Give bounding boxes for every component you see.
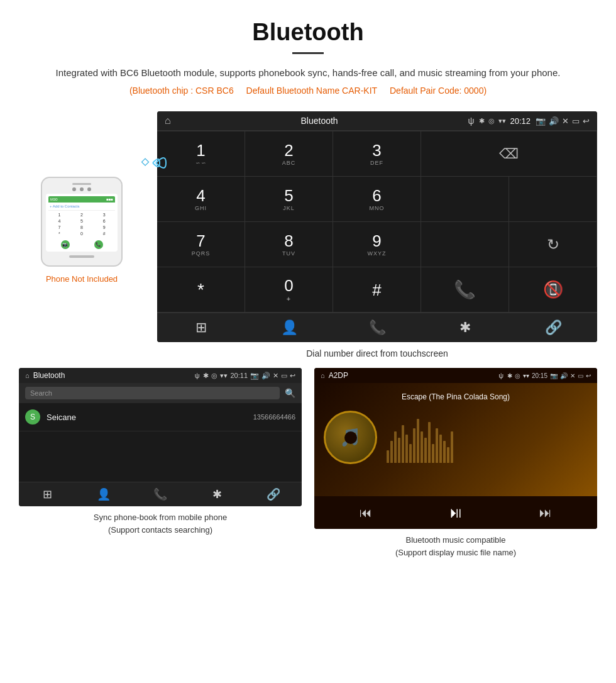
music-main-area: Escape (The Pina Colada Song) 🎵: [314, 383, 597, 496]
prev-button[interactable]: ⏮: [360, 506, 372, 520]
music-controls: ⏮ ⏯ ⏭: [314, 496, 597, 529]
key-7[interactable]: 7 PQRS: [157, 222, 245, 267]
contact-row[interactable]: S Seicane 13566664466: [19, 403, 302, 431]
ms-back-icon[interactable]: ↩: [586, 372, 591, 379]
back-icon[interactable]: ↩: [583, 116, 590, 126]
phone-video-btn[interactable]: 📷: [61, 240, 70, 249]
album-center-dot: [344, 431, 357, 444]
ms-bt-icon: ✱: [507, 372, 512, 379]
play-pause-button[interactable]: ⏯: [448, 504, 463, 521]
phone-speaker: [72, 183, 91, 185]
pb-bt-icon: ✱: [203, 372, 209, 380]
title-divider: [292, 52, 324, 54]
pb-cam-icon[interactable]: 📷: [250, 372, 259, 380]
key-6[interactable]: 6 MNO: [333, 177, 421, 222]
key-call-red[interactable]: 📵: [509, 267, 597, 313]
empty-cell-1: [421, 177, 509, 222]
ms-layout-icon[interactable]: ▭: [578, 372, 583, 379]
pbn-phone[interactable]: 📞: [132, 487, 189, 501]
nav-phone[interactable]: 📞: [333, 319, 421, 336]
signal-icon: ▾▾: [498, 117, 506, 125]
bottom-navigation: ⊞ 👤 📞 ✱ 🔗: [157, 313, 597, 342]
key-1[interactable]: 1 ∽∽: [157, 131, 245, 177]
phonebook-search-bar: Search 🔍: [19, 383, 302, 403]
page-title: Bluetooth: [38, 19, 578, 46]
pb-time: 20:11: [230, 372, 248, 379]
delete-icon: ⌫: [499, 146, 519, 162]
phone-add-contact: + Add to Contacts: [48, 203, 115, 211]
key-3[interactable]: 3 DEF: [333, 131, 421, 177]
next-button[interactable]: ⏭: [539, 506, 552, 520]
camera-icon[interactable]: 📷: [536, 116, 546, 126]
key-0[interactable]: 0 +: [245, 267, 333, 313]
ms-home-icon[interactable]: ⌂: [321, 372, 325, 379]
main-device-screen: ⌂ Bluetooth ψ ✱ ◎ ▾▾ 20:12 📷 🔊 ✕ ▭ ↩: [157, 111, 597, 342]
music-caption-line2: (Support display music file name): [395, 547, 516, 559]
key-2[interactable]: 2 ABC: [245, 131, 333, 177]
key-star[interactable]: *: [157, 267, 245, 313]
search-icon[interactable]: 🔍: [285, 388, 295, 398]
key-reload[interactable]: ↻: [509, 222, 597, 267]
pb-back-icon[interactable]: ↩: [290, 372, 295, 380]
phone-call-btn[interactable]: 📞: [94, 240, 103, 249]
device-status-bar: ⌂ Bluetooth ψ ✱ ◎ ▾▾ 20:12 📷 🔊 ✕ ▭ ↩: [157, 111, 597, 131]
empty-cell-2: [509, 177, 597, 222]
pbn-bluetooth[interactable]: ✱: [189, 487, 245, 501]
main-content-area: ⬦ M30■■■ + Add to Contacts 123: [0, 105, 616, 362]
device-screen-area: ⌂ Bluetooth ψ ✱ ◎ ▾▾ 20:12 📷 🔊 ✕ ▭ ↩: [157, 111, 597, 362]
pb-vol-icon[interactable]: 🔊: [261, 372, 270, 380]
key-4[interactable]: 4 GHI: [157, 177, 245, 222]
contact-name: Seicane: [47, 413, 253, 422]
ms-cam-icon[interactable]: 📷: [550, 372, 558, 379]
contact-number: 13566664466: [253, 413, 295, 421]
ms-signal-icon: ▾▾: [523, 372, 529, 379]
pbn-grid[interactable]: ⊞: [19, 487, 75, 501]
close-icon[interactable]: ✕: [562, 116, 569, 126]
phonebook-caption-line2: (Support contacts searching): [94, 524, 227, 536]
key-call-green[interactable]: 📞: [421, 267, 509, 313]
pbn-link[interactable]: 🔗: [245, 487, 302, 501]
volume-icon[interactable]: 🔊: [549, 116, 559, 126]
pb-signal-icon: ▾▾: [220, 372, 228, 380]
spec-name: Default Bluetooth Name CAR-KIT: [246, 86, 378, 96]
pbn-contacts[interactable]: 👤: [75, 487, 132, 501]
key-delete[interactable]: ⌫: [421, 131, 597, 177]
layout-icon[interactable]: ▭: [572, 116, 580, 126]
nav-contacts[interactable]: 👤: [245, 319, 333, 336]
spec-chip: (Bluetooth chip : CSR BC6: [129, 86, 234, 96]
search-input[interactable]: Search: [25, 387, 280, 399]
key-hash[interactable]: #: [333, 267, 421, 313]
music-album-area: 🎵: [324, 411, 588, 464]
nav-grid[interactable]: ⊞: [157, 319, 245, 336]
ms-usb-icon: ψ: [498, 372, 503, 379]
home-icon[interactable]: ⌂: [165, 115, 171, 126]
phone-mockup: M30■■■ + Add to Contacts 123 456 789 *0#…: [41, 177, 123, 267]
screen-title: Bluetooth: [176, 116, 463, 126]
key-8[interactable]: 8 TUV: [245, 222, 333, 267]
bottom-screenshots: ⌂ Bluetooth ψ ✱ ◎ ▾▾ 20:11 📷 🔊 ✕ ▭ ↩ Sea…: [0, 362, 616, 558]
pb-home-icon[interactable]: ⌂: [25, 372, 30, 379]
nav-bluetooth[interactable]: ✱: [421, 319, 509, 336]
pb-layout-icon[interactable]: ▭: [281, 372, 287, 380]
phone-screen-bar: M30■■■: [48, 196, 115, 203]
key-5[interactable]: 5 JKL: [245, 177, 333, 222]
music-screenshot-item: ⌂ A2DP ψ ✱ ◎ ▾▾ 20:15 📷 🔊 ✕ ▭ ↩ Escape (…: [314, 368, 597, 558]
header-description: Integrated with BC6 Bluetooth module, su…: [38, 65, 578, 81]
nav-link[interactable]: 🔗: [509, 319, 597, 336]
ms-loc-icon: ◎: [515, 372, 520, 379]
status-right-icons: ✱ ◎ ▾▾ 20:12: [479, 116, 531, 126]
empty-cell-3: [421, 222, 509, 267]
key-9[interactable]: 9 WXYZ: [333, 222, 421, 267]
music-visualizer: [387, 413, 588, 463]
phone-dialpad: 123 456 789 *0#: [48, 211, 115, 238]
pb-usb-icon: ψ: [195, 372, 200, 379]
music-screen: ⌂ A2DP ψ ✱ ◎ ▾▾ 20:15 📷 🔊 ✕ ▭ ↩ Escape (…: [314, 368, 597, 529]
ms-close-icon[interactable]: ✕: [570, 372, 575, 379]
bluetooth-status-icon: ✱: [479, 117, 485, 125]
header-specs: (Bluetooth chip : CSR BC6 Default Blueto…: [38, 86, 578, 96]
pb-right-icons: ✱ ◎ ▾▾ 20:11 📷 🔊 ✕ ▭ ↩: [203, 372, 295, 380]
phonebook-screenshot-item: ⌂ Bluetooth ψ ✱ ◎ ▾▾ 20:11 📷 🔊 ✕ ▭ ↩ Sea…: [19, 368, 302, 558]
pb-close-icon[interactable]: ✕: [273, 372, 278, 380]
ms-vol-icon[interactable]: 🔊: [560, 372, 568, 379]
music-status-bar: ⌂ A2DP ψ ✱ ◎ ▾▾ 20:15 📷 🔊 ✕ ▭ ↩: [314, 368, 597, 383]
